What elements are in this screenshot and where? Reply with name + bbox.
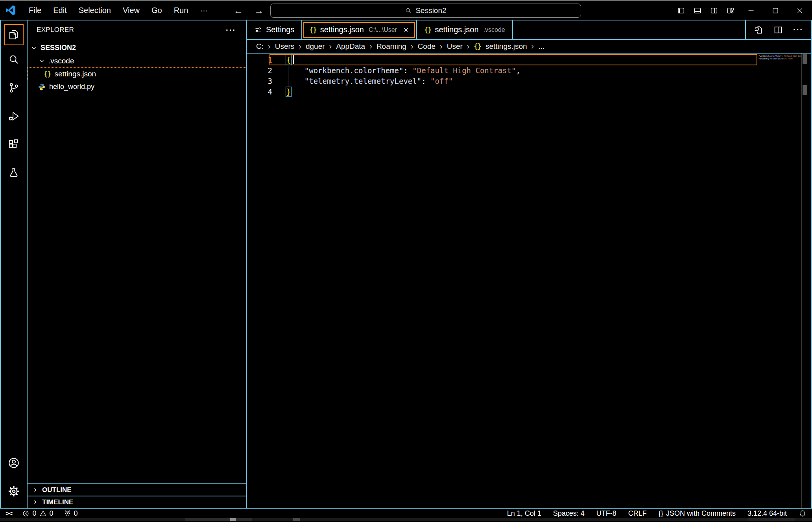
menu-go[interactable]: Go <box>146 6 168 15</box>
explorer-more-actions-button[interactable]: ··· <box>226 26 236 35</box>
breadcrumb-symbol-tail[interactable]: ... <box>538 42 544 51</box>
line-number: 1 <box>247 55 272 65</box>
encoding-button[interactable]: UTF-8 <box>596 509 616 518</box>
breadcrumb-separator: › <box>467 42 470 51</box>
os-taskbar-sliver <box>0 518 812 521</box>
problems-button[interactable]: 0 0 <box>22 509 53 518</box>
sidebar-bottom-sections: OUTLINE TIMELINE <box>28 483 246 508</box>
ports-count: 0 <box>74 509 78 518</box>
python-file-icon <box>38 83 46 91</box>
chevron-down-icon <box>31 45 37 51</box>
language-mode-button[interactable]: {} JSON with Comments <box>659 509 736 518</box>
window-controls <box>673 1 812 20</box>
beaker-icon <box>8 167 20 179</box>
code-line-3[interactable]: 3 "telemetry.telemetryLevel": "off" <box>247 76 811 87</box>
tab-bar-empty-space <box>513 20 745 39</box>
close-tab-button[interactable] <box>403 27 409 33</box>
search-icon <box>405 7 412 14</box>
customize-layout-button[interactable] <box>722 1 739 20</box>
accounts-button[interactable] <box>1 449 27 477</box>
breadcrumb-item[interactable]: C: <box>256 42 264 51</box>
python-interpreter-button[interactable]: 3.12.4 64-bit <box>747 509 787 518</box>
json-file-icon: {} <box>424 26 431 34</box>
remote-indicator-button[interactable]: >< <box>6 509 12 517</box>
menu-selection[interactable]: Selection <box>73 6 117 15</box>
code-line-2[interactable]: 2 "workbench.colorTheme": "Default High … <box>247 65 811 76</box>
tree-item-settings-json[interactable]: {} settings.json <box>28 67 246 80</box>
explorer-sidebar: EXPLORER ··· SESSION2 .vscode {} <box>28 20 247 508</box>
ports-button[interactable]: 0 <box>64 509 78 518</box>
code-editor[interactable]: 1{ 2 "workbench.colorTheme": "Default Hi… <box>247 54 811 508</box>
notifications-bell-button[interactable] <box>799 509 806 517</box>
workbench-body: EXPLORER ··· SESSION2 .vscode {} <box>0 20 812 508</box>
minimize-button[interactable] <box>739 1 763 20</box>
activity-extensions-button[interactable] <box>1 130 27 159</box>
breadcrumb-item[interactable]: Roaming <box>376 42 406 51</box>
section-label: TIMELINE <box>42 498 73 506</box>
remote-icon: >< <box>6 509 12 517</box>
cursor-position-button[interactable]: Ln 1, Col 1 <box>507 509 541 518</box>
split-editor-button[interactable] <box>773 25 783 35</box>
tree-item-hello-world-py[interactable]: hello_world.py <box>28 80 246 93</box>
breadcrumb-separator: › <box>411 42 413 51</box>
open-changes-button[interactable] <box>754 25 763 35</box>
breadcrumb-item[interactable]: AppData <box>336 42 365 51</box>
tree-item-vscode-folder[interactable]: .vscode <box>28 54 246 67</box>
menu-edit[interactable]: Edit <box>47 6 72 15</box>
activity-source-control-button[interactable] <box>1 74 27 102</box>
sidebar-title: EXPLORER <box>37 26 74 34</box>
activity-explorer-button[interactable] <box>4 24 24 45</box>
minimap[interactable]: "workbench.colorTheme": "Default High Co… <box>757 54 801 508</box>
breadcrumb-item[interactable]: User <box>447 42 463 51</box>
timeline-section-header[interactable]: TIMELINE <box>28 496 246 508</box>
scrollbar-decoration[interactable] <box>803 85 807 95</box>
toggle-panel-button[interactable] <box>689 1 706 20</box>
menu-more-button[interactable]: ··· <box>194 6 214 15</box>
chevron-down-icon <box>39 58 45 64</box>
gear-icon <box>8 485 20 497</box>
menu-run[interactable]: Run <box>168 6 194 15</box>
code-line-1[interactable]: 1{ <box>247 55 811 65</box>
scrollbar-thumb[interactable] <box>803 54 807 64</box>
tab-bar: Settings {} settings.json C:\...\User {}… <box>247 20 811 40</box>
breadcrumb-separator: › <box>299 42 301 51</box>
maximize-button[interactable] <box>763 1 788 20</box>
files-icon <box>8 29 20 41</box>
manage-settings-button[interactable] <box>1 477 27 505</box>
tab-description: C:\...\User <box>369 26 397 33</box>
breadcrumb-item[interactable]: Users <box>275 42 295 51</box>
tree-item-label: hello_world.py <box>49 83 94 91</box>
command-center-search[interactable]: Session2 <box>270 4 581 18</box>
tab-settings-json-user[interactable]: {} settings.json C:\...\User <box>302 20 417 39</box>
radio-tower-icon <box>64 510 71 517</box>
back-button[interactable]: ← <box>234 5 243 16</box>
vscode-window: File Edit Selection View Go Run ··· ← → … <box>0 0 812 522</box>
activity-run-debug-button[interactable] <box>1 102 27 130</box>
tab-settings-json-vscode[interactable]: {} settings.json .vscode <box>417 20 513 39</box>
toggle-primary-sidebar-button[interactable] <box>673 1 689 20</box>
breadcrumb-item[interactable]: dguer <box>306 42 325 51</box>
line-number: 2 <box>247 65 272 76</box>
tab-settings[interactable]: Settings <box>247 20 302 39</box>
breadcrumb-item[interactable]: Code <box>418 42 436 51</box>
eol-button[interactable]: CRLF <box>628 509 647 518</box>
activity-search-button[interactable] <box>1 45 27 74</box>
json-file-icon: {} <box>44 70 51 78</box>
editor-more-actions-button[interactable]: ··· <box>793 25 803 34</box>
toggle-secondary-sidebar-button[interactable] <box>706 1 722 20</box>
close-window-button[interactable] <box>788 1 812 20</box>
activity-testing-button[interactable] <box>1 159 27 187</box>
search-text: Session2 <box>415 6 446 15</box>
forward-button[interactable]: → <box>254 5 264 16</box>
code-line-4[interactable]: 4} <box>247 87 811 97</box>
breadcrumb-file[interactable]: settings.json <box>485 42 527 51</box>
tree-item-session2[interactable]: SESSION2 <box>28 41 246 54</box>
language-label: JSON with Comments <box>666 509 736 518</box>
menu-view[interactable]: View <box>117 6 146 15</box>
json-file-icon: {} <box>309 26 316 34</box>
section-label: OUTLINE <box>42 486 72 494</box>
outline-section-header[interactable]: OUTLINE <box>28 483 246 496</box>
menu-file[interactable]: File <box>23 6 47 15</box>
indentation-button[interactable]: Spaces: 4 <box>553 509 585 518</box>
indent-token <box>286 77 304 85</box>
